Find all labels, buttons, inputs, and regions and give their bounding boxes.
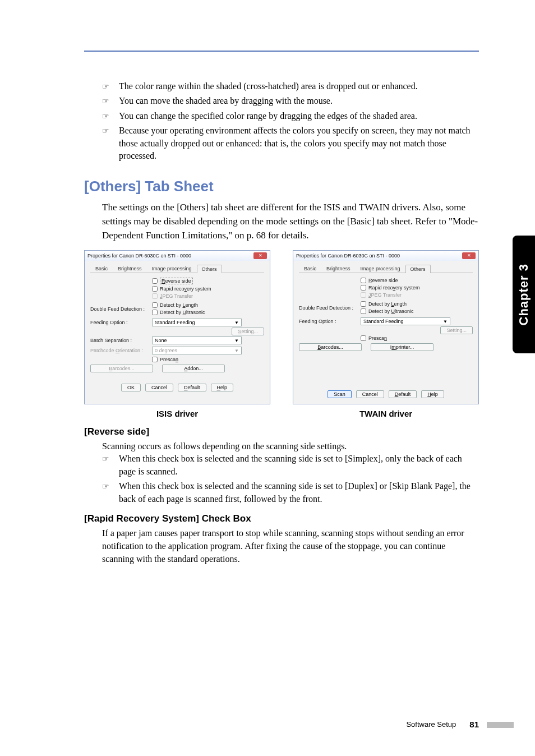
- reverse-bullet-list: ☞When this check box is selected and the…: [102, 453, 479, 505]
- twain-caption: TWAIN driver: [293, 409, 479, 418]
- note-text: Because your operating environment affec…: [119, 125, 479, 162]
- note-text: You can move the shaded area by dragging…: [119, 95, 333, 107]
- screenshots-row: Properties for Canon DR-6030C on STI - 0…: [84, 250, 479, 404]
- isis-tabs: Basic Brightness Image processing Others: [90, 264, 264, 273]
- feeding-option-select[interactable]: Standard Feeding▼: [361, 317, 450, 325]
- jpeg-transfer-checkbox: JPEG Transfer: [361, 292, 420, 298]
- tab-image-processing[interactable]: Image processing: [356, 264, 405, 273]
- feeding-label: Feeding Option :: [90, 320, 152, 325]
- pointer-icon: ☞: [102, 96, 114, 107]
- reverse-side-checkbox[interactable]: Reverse side: [361, 278, 420, 283]
- twain-dialog: Properties for Canon DR-6030C on STI - 0…: [293, 250, 479, 404]
- isis-caption: ISIS driver: [84, 409, 270, 418]
- twain-tabs: Basic Brightness Image processing Others: [299, 264, 473, 273]
- chevron-down-icon: ▼: [234, 338, 239, 343]
- tab-others[interactable]: Others: [197, 265, 222, 273]
- list-item: ☞When this check box is selected and the…: [102, 480, 479, 505]
- pointer-icon: ☞: [102, 81, 114, 93]
- setting-button: Setting...: [440, 326, 473, 334]
- batch-separation-select[interactable]: None▼: [152, 336, 242, 344]
- isis-body: Basic Brightness Image processing Others…: [85, 261, 270, 397]
- top-note-list: ☞The color range within the shaded (cros…: [102, 80, 479, 162]
- prescan-checkbox[interactable]: Prescan: [361, 335, 387, 341]
- detect-by-ultrasonic-checkbox[interactable]: Detect by Ultrasonic: [361, 308, 414, 314]
- pointer-icon: ☞: [102, 481, 114, 492]
- note-text: When this check box is selected and the …: [119, 480, 479, 505]
- jpeg-transfer-checkbox: JPEG Transfer: [152, 293, 211, 299]
- feeding-option-select[interactable]: Standard Feeding▼: [152, 319, 242, 326]
- list-item: ☞The color range within the shaded (cros…: [102, 80, 479, 93]
- dfd-label: Double Feed Detection :: [90, 306, 152, 312]
- page-footer: Software Setup 81: [406, 720, 479, 729]
- close-icon[interactable]: ✕: [253, 252, 267, 259]
- tab-image-processing[interactable]: Image processing: [147, 264, 197, 273]
- close-icon[interactable]: ✕: [462, 252, 476, 259]
- footer-page-number: 81: [469, 720, 479, 729]
- barcodes-button: Barcodes...: [90, 365, 153, 372]
- rapid-recovery-checkbox[interactable]: Rapid recovery system: [361, 285, 420, 291]
- dfd-label: Double Feed Detection :: [299, 305, 361, 311]
- tab-brightness[interactable]: Brightness: [321, 264, 356, 273]
- list-item: ☞When this check box is selected and the…: [102, 453, 479, 478]
- twain-titlebar: Properties for Canon DR-6030C on STI - 0…: [293, 251, 478, 261]
- page-content: ☞The color range within the shaded (cros…: [0, 0, 535, 756]
- rapid-recovery-body: If a paper jam causes paper transport to…: [102, 527, 479, 566]
- pointer-icon: ☞: [102, 111, 114, 122]
- tab-basic[interactable]: Basic: [299, 264, 321, 273]
- isis-title: Properties for Canon DR-6030C on STI - 0…: [87, 253, 191, 259]
- rapid-recovery-heading: [Rapid Recovery System] Check Box: [84, 513, 479, 524]
- tab-basic[interactable]: Basic: [90, 264, 113, 273]
- addon-button[interactable]: Addon...: [162, 365, 225, 372]
- patchcode-label: Patchcode Orientation :: [90, 348, 152, 353]
- default-button[interactable]: Default: [389, 390, 417, 398]
- list-item: ☞You can change the specified color rang…: [102, 110, 479, 122]
- batch-label: Batch Separation :: [90, 338, 152, 343]
- cancel-button[interactable]: Cancel: [356, 390, 384, 398]
- pointer-icon: ☞: [102, 454, 114, 465]
- patchcode-orientation-select: 0 degrees▼: [152, 347, 242, 354]
- note-text: When this check box is selected and the …: [119, 453, 479, 478]
- others-intro-paragraph: The settings on the [Others] tab sheet a…: [102, 201, 479, 242]
- cancel-button[interactable]: Cancel: [145, 384, 173, 391]
- prescan-checkbox[interactable]: Prescan: [152, 357, 178, 362]
- tab-others[interactable]: Others: [405, 265, 431, 273]
- isis-button-row: OK Cancel Default Help: [90, 384, 264, 391]
- setting-button: Setting...: [232, 328, 264, 335]
- note-text: The color range within the shaded (cross…: [119, 80, 418, 93]
- scan-button[interactable]: Scan: [328, 390, 352, 398]
- chevron-down-icon: ▼: [443, 319, 448, 324]
- detect-by-ultrasonic-checkbox[interactable]: Detect by Ultrasonic: [152, 310, 205, 315]
- others-tab-heading: [Others] Tab Sheet: [84, 178, 479, 195]
- tab-brightness[interactable]: Brightness: [113, 264, 147, 273]
- caption-row: ISIS driver TWAIN driver: [84, 409, 479, 418]
- footer-bar: [487, 722, 514, 728]
- reverse-side-checkbox[interactable]: RReverse sideeverse side: [152, 278, 211, 284]
- reverse-side-body: Scanning occurs as follows depending on …: [102, 440, 479, 505]
- detect-by-length-checkbox[interactable]: Detect by Length: [361, 301, 414, 307]
- list-item: ☞You can move the shaded area by draggin…: [102, 95, 479, 107]
- twain-button-row: Scan Cancel Default Help: [299, 390, 473, 398]
- default-button[interactable]: Default: [178, 384, 206, 391]
- detect-by-length-checkbox[interactable]: Detect by Length: [152, 302, 205, 308]
- feeding-label: Feeding Option :: [299, 319, 361, 324]
- chevron-down-icon: ▼: [234, 348, 239, 353]
- isis-dialog: Properties for Canon DR-6030C on STI - 0…: [84, 250, 270, 404]
- note-text: You can change the specified color range…: [119, 110, 417, 122]
- twain-title: Properties for Canon DR-6030C on STI - 0…: [296, 253, 400, 259]
- barcodes-button[interactable]: Barcodes...: [299, 343, 362, 351]
- help-button[interactable]: Help: [421, 390, 444, 398]
- rapid-recovery-checkbox[interactable]: Rapid recovery system: [152, 286, 211, 292]
- help-button[interactable]: Help: [211, 384, 234, 391]
- twain-body: Basic Brightness Image processing Others…: [293, 261, 478, 404]
- reverse-side-heading: [Reverse side]: [84, 426, 479, 437]
- footer-section: Software Setup: [406, 720, 456, 729]
- isis-titlebar: Properties for Canon DR-6030C on STI - 0…: [85, 251, 270, 261]
- pointer-icon: ☞: [102, 126, 114, 137]
- reverse-side-intro: Scanning occurs as follows depending on …: [102, 440, 479, 453]
- chevron-down-icon: ▼: [234, 320, 239, 325]
- imprinter-button[interactable]: Imprinter...: [371, 343, 433, 351]
- ok-button[interactable]: OK: [121, 384, 141, 391]
- list-item: ☞Because your operating environment affe…: [102, 125, 479, 162]
- top-divider: [84, 50, 479, 52]
